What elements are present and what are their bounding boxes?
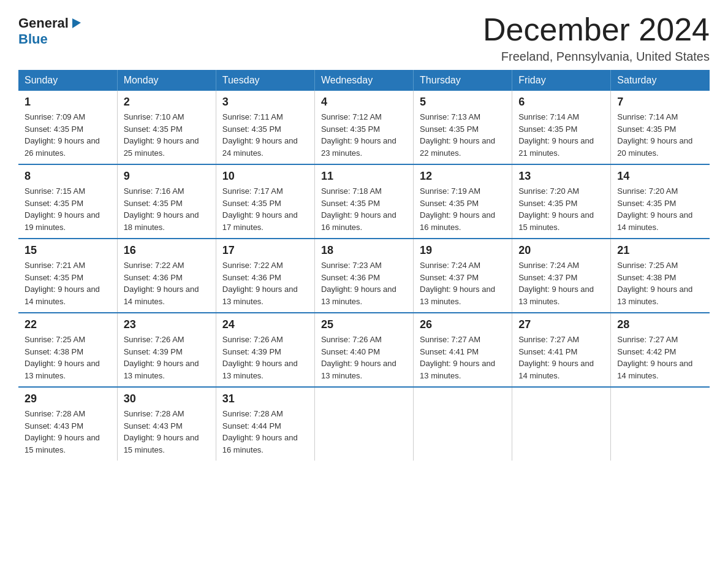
daylight-label: Daylight: 9 hours and 21 minutes. xyxy=(518,136,594,158)
day-number: 3 xyxy=(222,96,308,109)
day-number: 26 xyxy=(420,318,506,331)
table-row: 30 Sunrise: 7:28 AM Sunset: 4:43 PM Dayl… xyxy=(117,387,216,461)
daylight-label: Daylight: 9 hours and 18 minutes. xyxy=(124,210,199,232)
sunrise-label: Sunrise: 7:09 AM xyxy=(25,112,85,121)
logo: General Blue xyxy=(18,12,83,47)
daylight-label: Daylight: 9 hours and 14 minutes. xyxy=(124,285,199,306)
sunrise-label: Sunrise: 7:27 AM xyxy=(420,335,480,344)
day-info: Sunrise: 7:14 AM Sunset: 4:35 PM Dayligh… xyxy=(518,111,604,159)
table-row: 3 Sunrise: 7:11 AM Sunset: 4:35 PM Dayli… xyxy=(216,91,314,164)
day-info: Sunrise: 7:26 AM Sunset: 4:40 PM Dayligh… xyxy=(321,334,407,381)
daylight-label: Daylight: 9 hours and 13 minutes. xyxy=(222,285,298,306)
table-row: 31 Sunrise: 7:28 AM Sunset: 4:44 PM Dayl… xyxy=(216,387,314,461)
day-number: 30 xyxy=(124,393,210,405)
day-number: 12 xyxy=(420,170,506,183)
logo-text-general: General xyxy=(18,15,69,31)
table-row: 15 Sunrise: 7:21 AM Sunset: 4:35 PM Dayl… xyxy=(18,239,117,313)
sunset-label: Sunset: 4:43 PM xyxy=(124,421,183,431)
day-info: Sunrise: 7:27 AM Sunset: 4:41 PM Dayligh… xyxy=(518,334,604,381)
sunset-label: Sunset: 4:37 PM xyxy=(420,273,479,282)
day-info: Sunrise: 7:27 AM Sunset: 4:41 PM Dayligh… xyxy=(420,334,506,381)
calendar-week-row: 15 Sunrise: 7:21 AM Sunset: 4:35 PM Dayl… xyxy=(18,239,710,313)
sunrise-label: Sunrise: 7:21 AM xyxy=(25,261,85,270)
day-number: 4 xyxy=(321,96,407,109)
svg-marker-0 xyxy=(72,18,81,28)
table-row xyxy=(512,387,611,461)
daylight-label: Daylight: 9 hours and 13 minutes. xyxy=(420,285,495,306)
sunrise-label: Sunrise: 7:23 AM xyxy=(321,261,382,270)
sunset-label: Sunset: 4:35 PM xyxy=(222,124,281,134)
daylight-label: Daylight: 9 hours and 16 minutes. xyxy=(222,433,298,454)
table-row: 8 Sunrise: 7:15 AM Sunset: 4:35 PM Dayli… xyxy=(18,164,117,239)
day-number: 25 xyxy=(321,318,407,331)
day-number: 20 xyxy=(518,244,604,257)
day-number: 14 xyxy=(617,170,703,183)
calendar-header-row: Sunday Monday Tuesday Wednesday Thursday… xyxy=(18,70,710,91)
table-row: 16 Sunrise: 7:22 AM Sunset: 4:36 PM Dayl… xyxy=(117,239,216,313)
day-info: Sunrise: 7:20 AM Sunset: 4:35 PM Dayligh… xyxy=(518,185,604,233)
table-row: 4 Sunrise: 7:12 AM Sunset: 4:35 PM Dayli… xyxy=(314,91,413,164)
day-info: Sunrise: 7:13 AM Sunset: 4:35 PM Dayligh… xyxy=(420,111,506,159)
sunrise-label: Sunrise: 7:22 AM xyxy=(124,261,184,270)
sunrise-label: Sunrise: 7:14 AM xyxy=(617,112,678,121)
sunset-label: Sunset: 4:37 PM xyxy=(518,273,577,282)
day-info: Sunrise: 7:14 AM Sunset: 4:35 PM Dayligh… xyxy=(617,111,703,159)
sunrise-label: Sunrise: 7:24 AM xyxy=(518,261,579,270)
col-sunday: Sunday xyxy=(18,70,117,91)
sunrise-label: Sunrise: 7:27 AM xyxy=(518,335,579,344)
sunrise-label: Sunrise: 7:18 AM xyxy=(321,186,382,196)
col-monday: Monday xyxy=(117,70,216,91)
day-info: Sunrise: 7:10 AM Sunset: 4:35 PM Dayligh… xyxy=(124,111,210,159)
daylight-label: Daylight: 9 hours and 16 minutes. xyxy=(420,210,495,232)
sunrise-label: Sunrise: 7:26 AM xyxy=(222,335,283,344)
daylight-label: Daylight: 9 hours and 13 minutes. xyxy=(617,285,692,306)
day-number: 15 xyxy=(25,244,111,257)
sunset-label: Sunset: 4:39 PM xyxy=(222,347,281,356)
daylight-label: Daylight: 9 hours and 14 minutes. xyxy=(617,210,692,232)
sunset-label: Sunset: 4:40 PM xyxy=(321,347,380,356)
daylight-label: Daylight: 9 hours and 26 minutes. xyxy=(25,136,100,158)
day-info: Sunrise: 7:27 AM Sunset: 4:42 PM Dayligh… xyxy=(617,334,703,381)
day-number: 19 xyxy=(420,244,506,257)
table-row: 9 Sunrise: 7:16 AM Sunset: 4:35 PM Dayli… xyxy=(117,164,216,239)
sunrise-label: Sunrise: 7:12 AM xyxy=(321,112,382,121)
sunset-label: Sunset: 4:35 PM xyxy=(124,124,183,134)
sunset-label: Sunset: 4:35 PM xyxy=(25,199,83,208)
daylight-label: Daylight: 9 hours and 14 minutes. xyxy=(617,359,692,380)
daylight-label: Daylight: 9 hours and 15 minutes. xyxy=(124,433,199,454)
sunrise-label: Sunrise: 7:14 AM xyxy=(518,112,579,121)
table-row: 11 Sunrise: 7:18 AM Sunset: 4:35 PM Dayl… xyxy=(314,164,413,239)
col-wednesday: Wednesday xyxy=(314,70,413,91)
table-row: 12 Sunrise: 7:19 AM Sunset: 4:35 PM Dayl… xyxy=(414,164,512,239)
table-row: 2 Sunrise: 7:10 AM Sunset: 4:35 PM Dayli… xyxy=(117,91,216,164)
day-info: Sunrise: 7:11 AM Sunset: 4:35 PM Dayligh… xyxy=(222,111,308,159)
day-info: Sunrise: 7:16 AM Sunset: 4:35 PM Dayligh… xyxy=(124,185,210,233)
col-saturday: Saturday xyxy=(611,70,710,91)
sunrise-label: Sunrise: 7:17 AM xyxy=(222,186,283,196)
page-header: General Blue December 2024 Freeland, Pen… xyxy=(18,12,710,64)
sunset-label: Sunset: 4:35 PM xyxy=(518,124,577,134)
daylight-label: Daylight: 9 hours and 13 minutes. xyxy=(25,359,100,380)
table-row: 1 Sunrise: 7:09 AM Sunset: 4:35 PM Dayli… xyxy=(18,91,117,164)
daylight-label: Daylight: 9 hours and 14 minutes. xyxy=(518,359,594,380)
sunset-label: Sunset: 4:35 PM xyxy=(321,124,380,134)
sunrise-label: Sunrise: 7:16 AM xyxy=(124,186,184,196)
daylight-label: Daylight: 9 hours and 19 minutes. xyxy=(25,210,100,232)
day-number: 7 xyxy=(617,96,703,109)
sunset-label: Sunset: 4:39 PM xyxy=(124,347,183,356)
calendar-table: Sunday Monday Tuesday Wednesday Thursday… xyxy=(18,70,710,461)
daylight-label: Daylight: 9 hours and 22 minutes. xyxy=(420,136,495,158)
sunset-label: Sunset: 4:43 PM xyxy=(25,421,83,431)
day-number: 5 xyxy=(420,96,506,109)
sunset-label: Sunset: 4:38 PM xyxy=(25,347,83,356)
table-row: 28 Sunrise: 7:27 AM Sunset: 4:42 PM Dayl… xyxy=(611,313,710,387)
sunrise-label: Sunrise: 7:20 AM xyxy=(617,186,678,196)
day-number: 17 xyxy=(222,244,308,257)
day-number: 23 xyxy=(124,318,210,331)
daylight-label: Daylight: 9 hours and 13 minutes. xyxy=(420,359,495,380)
daylight-label: Daylight: 9 hours and 13 minutes. xyxy=(518,285,594,306)
sunset-label: Sunset: 4:35 PM xyxy=(222,199,281,208)
sunset-label: Sunset: 4:35 PM xyxy=(617,124,676,134)
day-number: 27 xyxy=(518,318,604,331)
daylight-label: Daylight: 9 hours and 17 minutes. xyxy=(222,210,298,232)
